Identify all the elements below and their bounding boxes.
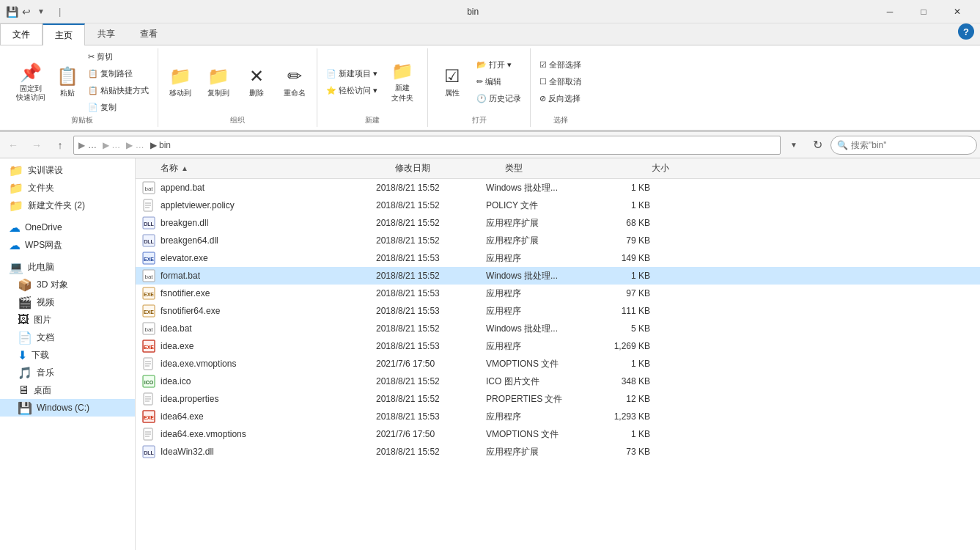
path-separator: ▶ xyxy=(78,140,85,150)
table-row[interactable]: EXE idea64.exe 2018/8/21 15:53 应用程序 1,29… xyxy=(136,408,980,425)
table-row[interactable]: appletviewer.policy 2018/8/21 15:52 POLI… xyxy=(136,197,980,214)
file-type: VMOPTIONS 文件 xyxy=(486,428,596,441)
sidebar-item-onedrive[interactable]: ☁ OneDrive xyxy=(0,219,135,236)
open-button[interactable]: 📂 打开 ▾ xyxy=(474,57,524,73)
deselect-all-button[interactable]: ☐ 全部取消 xyxy=(537,74,584,90)
sidebar-item-folder[interactable]: 📁 文件夹 xyxy=(0,179,135,197)
cut-button[interactable]: ✂ 剪切 xyxy=(85,48,152,65)
table-row[interactable]: idea.exe.vmoptions 2021/7/6 17:50 VMOPTI… xyxy=(136,355,980,373)
col-name-header[interactable]: 名称 ▲ xyxy=(161,162,395,175)
table-row[interactable]: DLL breakgen.dll 2018/8/21 15:52 应用程序扩展 … xyxy=(136,214,980,232)
sidebar-label-download: 下载 xyxy=(32,349,49,362)
up-button[interactable]: ↑ xyxy=(50,135,70,155)
edit-button[interactable]: ✏ 编辑 xyxy=(474,74,524,90)
move-to-button[interactable]: 📁 移动到 xyxy=(164,59,196,105)
tab-share[interactable]: 共享 xyxy=(85,23,128,45)
copy-label: 复制 xyxy=(100,102,117,113)
dropdown-icon[interactable]: ▼ xyxy=(35,6,47,18)
sidebar-label-training: 实训课设 xyxy=(28,164,63,177)
table-row[interactable]: EXE fsnotifier64.exe 2018/8/21 15:53 应用程… xyxy=(136,302,980,320)
address-path[interactable]: ▶ … ▶ … ▶ … ▶ bin xyxy=(73,136,781,155)
search-input[interactable] xyxy=(851,140,954,150)
file-date: 2018/8/21 15:52 xyxy=(376,447,486,457)
table-row[interactable]: EXE elevator.exe 2018/8/21 15:53 应用程序 14… xyxy=(136,249,980,267)
sidebar-item-music[interactable]: 🎵 音乐 xyxy=(0,364,135,381)
copy-button[interactable]: 📄 复制 xyxy=(85,99,152,115)
easy-access-button[interactable]: ⭐ 轻松访问 ▾ xyxy=(323,82,380,98)
file-list[interactable]: 名称 ▲ 修改日期 类型 大小 bat append.bat 2018/8/21… xyxy=(136,158,980,550)
sidebar-item-document[interactable]: 📄 文档 xyxy=(0,329,135,346)
tab-file[interactable]: 文件 xyxy=(0,23,43,45)
sidebar-item-wps[interactable]: ☁ WPS网盘 xyxy=(0,236,135,254)
sidebar-item-video[interactable]: 🎬 视频 xyxy=(0,293,135,311)
rename-label: 重命名 xyxy=(284,88,306,98)
table-row[interactable]: bat idea.bat 2018/8/21 15:52 Windows 批处理… xyxy=(136,320,980,337)
table-row[interactable]: EXE idea.exe 2018/8/21 15:53 应用程序 1,269 … xyxy=(136,337,980,355)
svg-text:ICO: ICO xyxy=(144,380,154,385)
history-button[interactable]: 🕐 历史记录 xyxy=(474,91,524,107)
file-date: 2018/8/21 15:52 xyxy=(376,235,486,246)
file-date: 2018/8/21 15:52 xyxy=(376,218,486,228)
save-icon[interactable]: 💾 xyxy=(6,6,18,18)
paste-shortcut-button[interactable]: 📋 粘贴快捷方式 xyxy=(85,82,152,98)
invert-select-button[interactable]: ⊘ 反向选择 xyxy=(537,91,584,107)
table-row[interactable]: DLL IdeaWin32.dll 2018/8/21 15:52 应用程序扩展… xyxy=(136,443,980,461)
file-size: 1 KB xyxy=(596,200,662,210)
select-all-button[interactable]: ☑ 全部选择 xyxy=(537,57,584,73)
sidebar-item-3d[interactable]: 📦 3D 对象 xyxy=(0,276,135,293)
table-row[interactable]: bat append.bat 2018/8/21 15:52 Windows 批… xyxy=(136,179,980,197)
new-item-button[interactable]: 📄 新建项目 ▾ xyxy=(323,65,380,81)
new-label: 新建 xyxy=(365,115,380,127)
rename-button[interactable]: ✏ 重命名 xyxy=(279,59,311,105)
sidebar-item-new-folder[interactable]: 📁 新建文件夹 (2) xyxy=(0,197,135,214)
sidebar-item-thispc[interactable]: 💻 此电脑 xyxy=(0,258,135,276)
select-buttons: ☑ 全部选择 ☐ 全部取消 ⊘ 反向选择 xyxy=(537,48,584,115)
sidebar-item-download[interactable]: ⬇ 下载 xyxy=(0,346,135,364)
table-row[interactable]: bat format.bat 2018/8/21 15:52 Windows 批… xyxy=(136,267,980,285)
copy-path-icon: 📋 xyxy=(88,69,98,78)
file-icon: EXE xyxy=(141,251,156,265)
col-date-header[interactable]: 修改日期 xyxy=(395,162,505,175)
file-name: idea.bat xyxy=(161,323,376,334)
dropdown-path-button[interactable]: ▼ xyxy=(784,135,804,155)
table-row[interactable]: DLL breakgen64.dll 2018/8/21 15:52 应用程序扩… xyxy=(136,232,980,249)
sidebar-item-training[interactable]: 📁 实训课设 xyxy=(0,161,135,179)
search-box[interactable]: 🔍 xyxy=(830,136,977,155)
table-row[interactable]: EXE fsnotifier.exe 2018/8/21 15:53 应用程序 … xyxy=(136,285,980,302)
history-icon: 🕐 xyxy=(476,94,487,103)
minimize-button[interactable]: ─ xyxy=(873,0,907,23)
new-folder-label: 新建文件夹 xyxy=(391,83,413,103)
table-row[interactable]: idea64.exe.vmoptions 2021/7/6 17:50 VMOP… xyxy=(136,425,980,443)
col-type-header[interactable]: 类型 xyxy=(505,162,615,175)
file-size: 348 KB xyxy=(596,376,662,386)
refresh-button[interactable]: ↻ xyxy=(807,135,828,155)
copy-to-icon: 📁 xyxy=(207,66,229,87)
help-button[interactable]: ? xyxy=(958,23,974,40)
new-folder-button[interactable]: 📁 新建文件夹 xyxy=(383,59,421,105)
delete-button[interactable]: ✕ 删除 xyxy=(240,59,273,105)
copy-path-button[interactable]: 📋 复制路径 xyxy=(85,65,152,81)
col-size-header[interactable]: 大小 xyxy=(615,162,681,175)
close-button[interactable]: ✕ xyxy=(940,0,974,23)
pin-quick-access-button[interactable]: 📌 固定到快速访问 xyxy=(12,59,50,105)
svg-text:bat: bat xyxy=(144,274,153,280)
properties-button[interactable]: ☑ 属性 xyxy=(434,59,471,105)
sidebar-item-picture[interactable]: 🖼 图片 xyxy=(0,311,135,329)
paste-button[interactable]: 📋 粘贴 xyxy=(51,59,84,105)
maximize-button[interactable]: □ xyxy=(907,0,940,23)
undo-icon[interactable]: ↩ xyxy=(21,6,32,18)
sidebar-item-desktop[interactable]: 🖥 桌面 xyxy=(0,381,135,399)
forward-button[interactable]: → xyxy=(26,135,47,155)
back-button[interactable]: ← xyxy=(3,135,23,155)
tab-view[interactable]: 查看 xyxy=(128,23,170,45)
sidebar-item-windows-c[interactable]: 💾 Windows (C:) xyxy=(0,399,135,417)
table-row[interactable]: ICO idea.ico 2018/8/21 15:52 ICO 图片文件 34… xyxy=(136,373,980,390)
svg-text:EXE: EXE xyxy=(144,345,154,350)
rename-icon: ✏ xyxy=(287,66,302,87)
copy-to-button[interactable]: 📁 复制到 xyxy=(202,59,235,105)
pin-label: 固定到快速访问 xyxy=(16,84,45,102)
file-name: format.bat xyxy=(161,271,376,281)
tab-home[interactable]: 主页 xyxy=(43,23,85,45)
table-row[interactable]: idea.properties 2018/8/21 15:52 PROPERTI… xyxy=(136,390,980,408)
delete-label: 删除 xyxy=(249,88,264,98)
